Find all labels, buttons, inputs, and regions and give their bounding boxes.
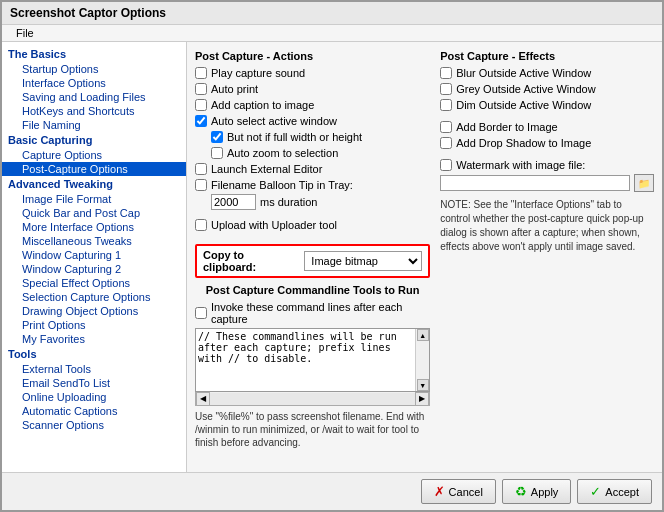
sidebar-item-startup[interactable]: Startup Options <box>2 62 186 76</box>
label-blur-outside[interactable]: Blur Outside Active Window <box>456 67 591 79</box>
right-section-title: Post Capture - Effects <box>440 50 654 62</box>
sidebar-item-post-capture[interactable]: Post-Capture Options <box>2 162 186 176</box>
copy-clipboard-row: Copy to clipboard: Image bitmap Image PN… <box>195 244 430 278</box>
label-dim-outside[interactable]: Dim Outside Active Window <box>456 99 591 111</box>
watermark-browse-btn[interactable]: 📁 <box>634 174 654 192</box>
cmd-section: Post Capture Commandline Tools to Run In… <box>195 284 430 449</box>
checkbox-add-border[interactable] <box>440 121 452 133</box>
checkbox-play-sound[interactable] <box>195 67 207 79</box>
sidebar-item-auto-captions[interactable]: Automatic Captions <box>2 404 186 418</box>
checkbox-watermark[interactable] <box>440 159 452 171</box>
label-grey-outside[interactable]: Grey Outside Active Window <box>456 83 595 95</box>
label-not-full-width[interactable]: But not if full width or height <box>227 131 362 143</box>
sidebar-item-misc[interactable]: Miscellaneous Tweaks <box>2 234 186 248</box>
copy-label: Copy to clipboard: <box>203 249 298 273</box>
accept-label: Accept <box>605 486 639 498</box>
checkbox-auto-select[interactable] <box>195 115 207 127</box>
main-window: Screenshot Captor Options File The Basic… <box>0 0 664 512</box>
sidebar-item-file-naming[interactable]: File Naming <box>2 118 186 132</box>
cancel-button[interactable]: ✗ Cancel <box>421 479 496 504</box>
sidebar-item-window-cap1[interactable]: Window Capturing 1 <box>2 248 186 262</box>
label-add-border[interactable]: Add Border to Image <box>456 121 558 133</box>
sidebar-item-interface[interactable]: Interface Options <box>2 76 186 90</box>
sidebar-item-email[interactable]: Email SendTo List <box>2 376 186 390</box>
sidebar-item-image-format[interactable]: Image File Format <box>2 192 186 206</box>
menu-file[interactable]: File <box>10 25 40 41</box>
checkbox-not-full-width[interactable] <box>211 131 223 143</box>
sidebar-item-window-cap2[interactable]: Window Capturing 2 <box>2 262 186 276</box>
option-balloon-tip: Filename Balloon Tip in Tray: <box>195 178 430 192</box>
cmd-scroll-up[interactable]: ▲ <box>417 329 429 341</box>
cmd-note: Use "%file%" to pass screenshot filename… <box>195 410 430 449</box>
label-auto-zoom[interactable]: Auto zoom to selection <box>227 147 338 159</box>
two-col-layout: Post Capture - Actions Play capture soun… <box>195 50 654 449</box>
sidebar-item-favorites[interactable]: My Favorites <box>2 332 186 346</box>
balloon-duration-row: ms duration <box>195 194 430 210</box>
option-dim-outside: Dim Outside Active Window <box>440 98 654 112</box>
watermark-file-input[interactable] <box>440 175 630 191</box>
left-section-title: Post Capture - Actions <box>195 50 430 62</box>
sidebar-item-online-upload[interactable]: Online Uploading <box>2 390 186 404</box>
section-basic-capturing: Basic Capturing <box>2 132 186 148</box>
copy-select[interactable]: Image bitmap Image PNG Image JPG None <box>304 251 422 271</box>
option-watermark: Watermark with image file: <box>440 158 654 172</box>
checkbox-balloon-tip[interactable] <box>195 179 207 191</box>
checkbox-launch-editor[interactable] <box>195 163 207 175</box>
cancel-label: Cancel <box>449 486 483 498</box>
note-text: NOTE: See the "Interface Options" tab to… <box>440 198 654 254</box>
option-play-sound: Play capture sound <box>195 66 430 80</box>
sidebar-item-external-tools[interactable]: External Tools <box>2 362 186 376</box>
option-invoke-cmd: Invoke these command lines after each ca… <box>195 300 430 326</box>
sidebar-item-saving[interactable]: Saving and Loading Files <box>2 90 186 104</box>
checkbox-add-caption[interactable] <box>195 99 207 111</box>
label-watermark[interactable]: Watermark with image file: <box>456 159 585 171</box>
sidebar-item-more-interface[interactable]: More Interface Options <box>2 220 186 234</box>
sidebar-item-quickbar[interactable]: Quick Bar and Post Cap <box>2 206 186 220</box>
content-area: Post Capture - Actions Play capture soun… <box>187 42 662 472</box>
sidebar-item-special-fx[interactable]: Special Effect Options <box>2 276 186 290</box>
sidebar-item-selection-cap[interactable]: Selection Capture Options <box>2 290 186 304</box>
label-balloon-tip[interactable]: Filename Balloon Tip in Tray: <box>211 179 353 191</box>
cmd-scroll-down[interactable]: ▼ <box>417 379 429 391</box>
sidebar-item-capture-options[interactable]: Capture Options <box>2 148 186 162</box>
balloon-suffix: ms duration <box>260 196 317 208</box>
left-column: Post Capture - Actions Play capture soun… <box>195 50 430 449</box>
balloon-duration-input[interactable] <box>211 194 256 210</box>
checkbox-invoke-cmd[interactable] <box>195 307 207 319</box>
cmd-hscroll-left[interactable]: ◀ <box>196 392 210 406</box>
cancel-icon: ✗ <box>434 484 445 499</box>
section-tools: Tools <box>2 346 186 362</box>
label-add-caption[interactable]: Add caption to image <box>211 99 314 111</box>
cmd-vscrollbar: ▲ ▼ <box>415 329 429 391</box>
sidebar-item-hotkeys[interactable]: HotKeys and Shortcuts <box>2 104 186 118</box>
checkbox-grey-outside[interactable] <box>440 83 452 95</box>
sidebar-item-scanner[interactable]: Scanner Options <box>2 418 186 432</box>
checkbox-auto-print[interactable] <box>195 83 207 95</box>
option-auto-zoom: Auto zoom to selection <box>195 146 430 160</box>
section-the-basics: The Basics <box>2 46 186 62</box>
label-drop-shadow[interactable]: Add Drop Shadow to Image <box>456 137 591 149</box>
sidebar: The Basics Startup Options Interface Opt… <box>2 42 187 472</box>
cmd-textarea[interactable]: // These commandlines will be run after … <box>196 329 415 389</box>
label-auto-print[interactable]: Auto print <box>211 83 258 95</box>
label-invoke-cmd[interactable]: Invoke these command lines after each ca… <box>211 301 430 325</box>
cmd-title: Post Capture Commandline Tools to Run <box>195 284 430 296</box>
checkbox-dim-outside[interactable] <box>440 99 452 111</box>
option-blur-outside: Blur Outside Active Window <box>440 66 654 80</box>
option-drop-shadow: Add Drop Shadow to Image <box>440 136 654 150</box>
sidebar-item-print[interactable]: Print Options <box>2 318 186 332</box>
checkbox-auto-zoom[interactable] <box>211 147 223 159</box>
watermark-file-row: 📁 <box>440 174 654 192</box>
label-auto-select[interactable]: Auto select active window <box>211 115 337 127</box>
cmd-hscroll-right[interactable]: ▶ <box>415 392 429 406</box>
checkbox-drop-shadow[interactable] <box>440 137 452 149</box>
checkbox-upload[interactable] <box>195 219 207 231</box>
apply-button[interactable]: ♻ Apply <box>502 479 572 504</box>
accept-button[interactable]: ✓ Accept <box>577 479 652 504</box>
option-add-caption: Add caption to image <box>195 98 430 112</box>
label-play-sound[interactable]: Play capture sound <box>211 67 305 79</box>
sidebar-item-drawing-obj[interactable]: Drawing Object Options <box>2 304 186 318</box>
label-upload[interactable]: Upload with Uploader tool <box>211 219 337 231</box>
checkbox-blur-outside[interactable] <box>440 67 452 79</box>
label-launch-editor[interactable]: Launch External Editor <box>211 163 322 175</box>
